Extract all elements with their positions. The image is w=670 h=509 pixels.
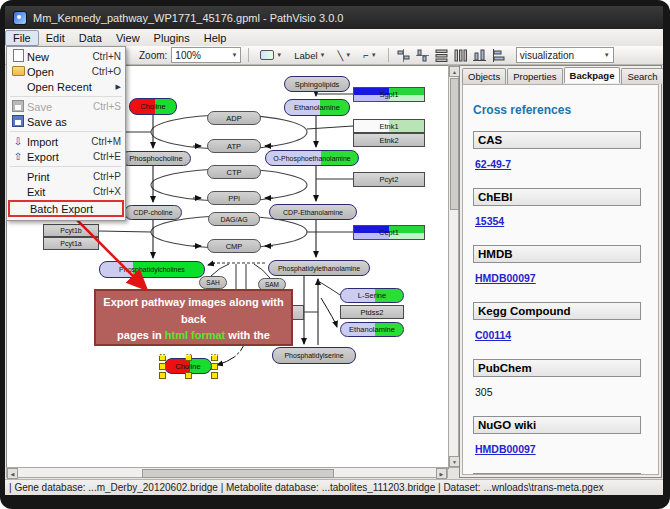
- pathvisio-window: Mm_Kennedy_pathway_WP1771_45176.gpml - P…: [5, 6, 663, 495]
- menu-item-import[interactable]: ⇩ Import Ctrl+M: [7, 134, 125, 149]
- node-cmp[interactable]: CMP: [207, 239, 261, 253]
- selection-handle[interactable]: [211, 372, 218, 379]
- node-ptdss2[interactable]: Ptdss2: [340, 305, 404, 319]
- status-text: | Gene database: ...m_Derby_20120602.bri…: [9, 482, 603, 493]
- xref-header: NuGO wiki: [473, 416, 641, 434]
- xref-header: ChEBI: [473, 188, 641, 206]
- node-ppi[interactable]: PPi: [207, 191, 261, 205]
- node-choline-top[interactable]: Choline: [129, 98, 177, 115]
- node-cdp-choline[interactable]: CDP-choline: [124, 205, 182, 220]
- menu-help[interactable]: Help: [197, 31, 234, 45]
- title-bar: Mm_Kennedy_pathway_WP1771_45176.gpml - P…: [5, 6, 663, 29]
- zoom-label: Zoom:: [139, 50, 167, 61]
- tab-backpage[interactable]: Backpage: [564, 67, 621, 83]
- menu-data[interactable]: Data: [72, 31, 109, 45]
- node-ctp[interactable]: CTP: [207, 165, 261, 179]
- horizontal-scroll-thumb[interactable]: [142, 469, 334, 478]
- xref-link-chebi[interactable]: 15354: [475, 215, 504, 227]
- gene-box-icon: [260, 50, 274, 60]
- new-line-button[interactable]: ╲ ▼: [334, 47, 356, 64]
- selection-handle[interactable]: [185, 372, 192, 379]
- align-center-vertical-icon: [397, 49, 410, 62]
- node-cept1[interactable]: Cept1: [353, 225, 425, 240]
- node-phosphatidylserine[interactable]: Phosphatidylserine: [272, 347, 356, 364]
- node-pcyt1a[interactable]: Pcyt1a: [43, 237, 99, 250]
- node-atp[interactable]: ATP: [207, 139, 261, 153]
- app-icon: [13, 11, 27, 25]
- menu-item-batch-export[interactable]: Batch Export: [8, 200, 124, 217]
- xref-section-nugo: NuGO wiki HMDB00097: [473, 416, 648, 463]
- menu-item-export[interactable]: ⇧ Export Ctrl+E: [7, 149, 125, 164]
- node-dag[interactable]: DAG/AG: [208, 212, 260, 226]
- scroll-left-button[interactable]: ◀: [7, 468, 18, 479]
- node-ethanolamine-bottom[interactable]: Ethanolamine: [340, 322, 404, 337]
- node-ethanolamine-top[interactable]: Ethanolamine: [284, 99, 350, 116]
- node-pcyt1b[interactable]: Pcyt1b: [43, 224, 99, 237]
- xref-value-pubchem: 305: [475, 386, 493, 398]
- visualization-combobox[interactable]: visualization ▼: [516, 47, 614, 63]
- window-title: Mm_Kennedy_pathway_WP1771_45176.gpml - P…: [33, 12, 343, 24]
- node-sah[interactable]: SAH: [199, 276, 227, 289]
- menu-separator: [10, 96, 122, 97]
- node-etnk2[interactable]: Etnk2: [353, 133, 425, 147]
- xref-section-cas: CAS 62-49-7: [473, 131, 648, 178]
- node-phosphatidylethanolamine[interactable]: Phosphatidylethanolamine: [268, 260, 370, 276]
- align-center-vertical-button[interactable]: [396, 48, 411, 63]
- xref-link-hmdb[interactable]: HMDB00097: [475, 272, 536, 284]
- node-cdp-ethanolamine[interactable]: CDP-Ethanolamine: [269, 204, 357, 220]
- tab-search[interactable]: Search: [621, 68, 663, 84]
- zoom-combobox[interactable]: 100% ▼: [171, 47, 241, 63]
- backpage-panel: Cross references CAS 62-49-7 ChEBI 15354…: [462, 84, 659, 475]
- menu-item-open[interactable]: Open Ctrl+O: [7, 64, 125, 79]
- menu-item-print[interactable]: Print Ctrl+P: [7, 169, 125, 184]
- menu-bar: File Edit Data View Plugins Help: [5, 29, 663, 47]
- save-icon: [9, 100, 27, 114]
- menu-separator: [10, 131, 122, 132]
- vertical-scroll-thumb[interactable]: [450, 78, 459, 210]
- selection-handle[interactable]: [211, 363, 218, 370]
- selection-handle[interactable]: [159, 372, 166, 379]
- distribute-horizontal-button[interactable]: [453, 48, 468, 63]
- align-left-button[interactable]: [491, 48, 506, 63]
- menu-edit[interactable]: Edit: [39, 31, 72, 45]
- canvas-horizontal-scrollbar[interactable]: ◀ ▶: [6, 467, 448, 478]
- align-bottom-button[interactable]: [472, 48, 487, 63]
- node-phosphocholine[interactable]: Phosphocholine: [121, 151, 191, 166]
- node-sphingolipids[interactable]: Sphingolipids: [284, 76, 350, 92]
- node-sgpl1[interactable]: Sgpl1: [353, 87, 425, 102]
- scroll-right-button[interactable]: ▶: [436, 468, 447, 479]
- xref-link-cas[interactable]: 62-49-7: [475, 158, 511, 170]
- menu-item-open-recent[interactable]: Open Recent ▶: [7, 79, 125, 94]
- selection-handle[interactable]: [159, 363, 166, 370]
- export-icon: ⇧: [9, 151, 27, 162]
- menu-item-exit[interactable]: Exit Ctrl+X: [7, 184, 125, 199]
- xref-link-nugo[interactable]: HMDB00097: [475, 443, 536, 455]
- xref-header: Wikipedia: [473, 473, 641, 475]
- node-l-serine[interactable]: L-Serine: [340, 288, 404, 303]
- new-label-button[interactable]: Label ▼: [290, 47, 329, 64]
- menu-view[interactable]: View: [109, 31, 147, 45]
- align-center-horizontal-button[interactable]: [415, 48, 430, 63]
- menu-item-save-as[interactable]: Save as: [7, 114, 125, 129]
- new-elbow-connector-button[interactable]: ⌐ ▼: [359, 47, 381, 64]
- tab-objects[interactable]: Objects: [462, 68, 506, 84]
- node-pcyt2[interactable]: Pcyt2: [353, 172, 425, 187]
- tab-properties[interactable]: Properties: [507, 68, 562, 84]
- node-etnk1[interactable]: Etnk1: [353, 119, 425, 133]
- node-phosphatidylcholines[interactable]: Phosphatidylcholines: [99, 261, 205, 278]
- menu-item-new[interactable]: New Ctrl+N: [7, 49, 125, 64]
- chevron-down-icon: ▼: [604, 52, 610, 58]
- xref-link-kegg[interactable]: C00114: [475, 329, 511, 341]
- node-adp[interactable]: ADP: [207, 111, 261, 125]
- distribute-vertical-button[interactable]: [434, 48, 449, 63]
- menu-item-save[interactable]: Save Ctrl+S: [7, 99, 125, 114]
- menu-file[interactable]: File: [5, 30, 39, 46]
- node-o-phosphoethanolamine[interactable]: O-Phosphoethanolamine: [265, 150, 359, 166]
- xref-header: Kegg Compound: [473, 302, 641, 320]
- side-panel-tabs: Objects Properties Backpage Search Legen…: [462, 68, 663, 84]
- menu-plugins[interactable]: Plugins: [147, 31, 197, 45]
- line-icon: ╲: [338, 50, 344, 61]
- elbow-connector-icon: ⌐: [363, 50, 369, 61]
- canvas-vertical-scrollbar[interactable]: ▲ ▼: [448, 65, 459, 468]
- new-gene-button[interactable]: ▼: [256, 47, 286, 64]
